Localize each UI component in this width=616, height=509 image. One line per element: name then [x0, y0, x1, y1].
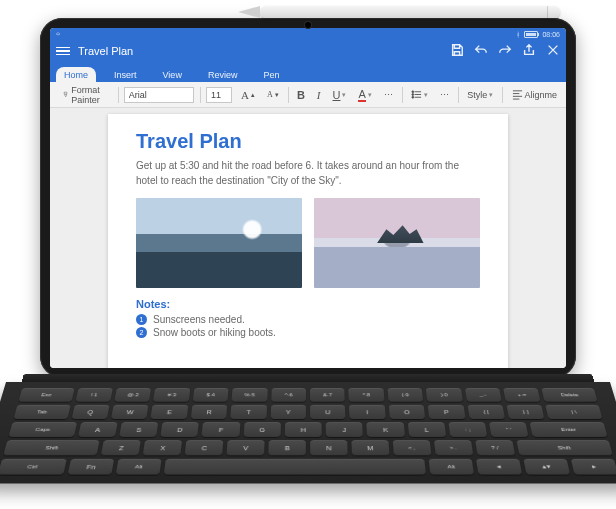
format-painter-button[interactable]: Format Painter [60, 83, 108, 107]
key[interactable]: L [408, 422, 447, 437]
note-item-1: 1 Sunscreens needed. [136, 314, 480, 325]
key[interactable]: Y [270, 405, 306, 419]
key[interactable]: U [310, 405, 346, 419]
key[interactable]: A [78, 422, 118, 437]
key[interactable]: !·1 [75, 388, 113, 402]
key[interactable]: K [367, 422, 405, 437]
key[interactable]: &·7 [310, 388, 345, 402]
grow-font-button[interactable]: A▴ [238, 87, 258, 103]
key[interactable]: E [151, 405, 188, 419]
inserted-image-2[interactable] [314, 198, 480, 288]
key[interactable]: R [191, 405, 228, 419]
key[interactable]: C [185, 440, 224, 455]
key[interactable]: Esc [18, 388, 74, 402]
key[interactable]: { [ [467, 405, 505, 419]
key[interactable] [164, 459, 426, 475]
key[interactable]: ^·6 [271, 388, 306, 402]
tab-review[interactable]: Review [200, 67, 246, 82]
key[interactable]: )·0 [426, 388, 463, 402]
ellipsis-1[interactable]: ⋯ [381, 88, 396, 102]
key[interactable]: Ctrl [0, 459, 67, 475]
key[interactable]: T [230, 405, 266, 419]
key[interactable]: : ; [448, 422, 487, 437]
underline-button[interactable]: U▾ [330, 87, 350, 103]
key[interactable]: O [389, 405, 426, 419]
key[interactable]: Alt [429, 459, 474, 475]
key[interactable]: | \ [546, 405, 603, 419]
bold-button[interactable]: B [294, 87, 308, 103]
key[interactable]: B [268, 440, 306, 455]
bullets-button[interactable]: ▾ [408, 87, 431, 102]
key[interactable]: F [202, 422, 240, 437]
key[interactable]: P [428, 405, 465, 419]
key[interactable]: G [243, 422, 281, 437]
italic-button[interactable]: I [314, 87, 324, 103]
key[interactable]: W [111, 405, 149, 419]
key[interactable]: J [326, 422, 363, 437]
share-button[interactable] [522, 43, 536, 59]
tab-insert[interactable]: Insert [106, 67, 145, 82]
key[interactable]: < , [393, 440, 432, 455]
ellipsis-2[interactable]: ⋯ [437, 88, 452, 102]
key[interactable]: Shift [3, 440, 100, 455]
document-viewport[interactable]: Travel Plan Get up at 5:30 and hit the r… [50, 108, 566, 368]
key[interactable]: H [285, 422, 322, 437]
inserted-image-1[interactable] [136, 198, 302, 288]
tab-home[interactable]: Home [56, 67, 96, 82]
key[interactable]: Enter [530, 422, 608, 437]
key-row-2: TabQWERTYUIOP{ [} ]| \ [13, 405, 602, 419]
font-color-button[interactable]: A▾ [355, 86, 374, 104]
key[interactable]: I [349, 405, 385, 419]
key-row-1: Esc!·1@·2#·3$·4%·5^·6&·7*·8(·9)·0_·-+·=D… [18, 388, 597, 402]
note-text: Sunscreens needed. [153, 314, 245, 325]
key[interactable]: ▴▾ [523, 459, 570, 475]
key[interactable]: ? / [475, 440, 515, 455]
key[interactable]: $·4 [193, 388, 229, 402]
key[interactable]: X [143, 440, 182, 455]
key[interactable]: M [351, 440, 389, 455]
key[interactable]: V [227, 440, 265, 455]
key[interactable]: ▸ [571, 459, 616, 475]
key[interactable]: N [310, 440, 348, 455]
tab-pen[interactable]: Pen [255, 67, 287, 82]
key[interactable]: (·9 [387, 388, 423, 402]
key[interactable]: @·2 [114, 388, 151, 402]
key[interactable]: Tab [13, 405, 70, 419]
close-button[interactable] [546, 43, 560, 59]
key[interactable]: %·5 [232, 388, 268, 402]
font-size-combo[interactable] [206, 87, 232, 103]
key[interactable]: ◂ [476, 459, 522, 475]
style-dropdown[interactable]: Style▾ [464, 88, 496, 102]
shrink-font-button[interactable]: A▾ [264, 88, 282, 101]
key[interactable]: Delete [542, 388, 598, 402]
key[interactable]: > . [434, 440, 473, 455]
notes-heading: Notes: [136, 298, 480, 310]
key[interactable]: _·- [465, 388, 502, 402]
menu-bar: Home Insert View Review Pen [50, 62, 566, 82]
document-page[interactable]: Travel Plan Get up at 5:30 and hit the r… [108, 114, 508, 368]
key[interactable]: *·8 [349, 388, 385, 402]
undo-button[interactable] [474, 43, 488, 59]
key[interactable]: D [161, 422, 200, 437]
key[interactable]: Caps [8, 422, 76, 437]
key[interactable]: Z [101, 440, 141, 455]
note-text: Snow boots or hiking boots. [153, 327, 276, 338]
key[interactable]: Alt [116, 459, 162, 475]
key[interactable]: #·3 [153, 388, 190, 402]
stylus-pen [260, 6, 560, 18]
key[interactable]: } ] [506, 405, 544, 419]
doc-body-text: Get up at 5:30 and hit the road before 6… [136, 159, 480, 188]
tab-view[interactable]: View [155, 67, 190, 82]
save-button[interactable] [450, 43, 464, 59]
key[interactable]: S [119, 422, 158, 437]
key[interactable]: Q [71, 405, 109, 419]
redo-button[interactable] [498, 43, 512, 59]
menu-icon[interactable] [56, 47, 70, 56]
alignment-button[interactable]: Alignme [509, 87, 561, 102]
front-camera [305, 22, 311, 28]
key[interactable]: " ' [489, 422, 529, 437]
font-name-combo[interactable] [124, 87, 194, 103]
key[interactable]: Shift [516, 440, 613, 455]
key[interactable]: Fn [68, 459, 115, 475]
key[interactable]: +·= [503, 388, 541, 402]
